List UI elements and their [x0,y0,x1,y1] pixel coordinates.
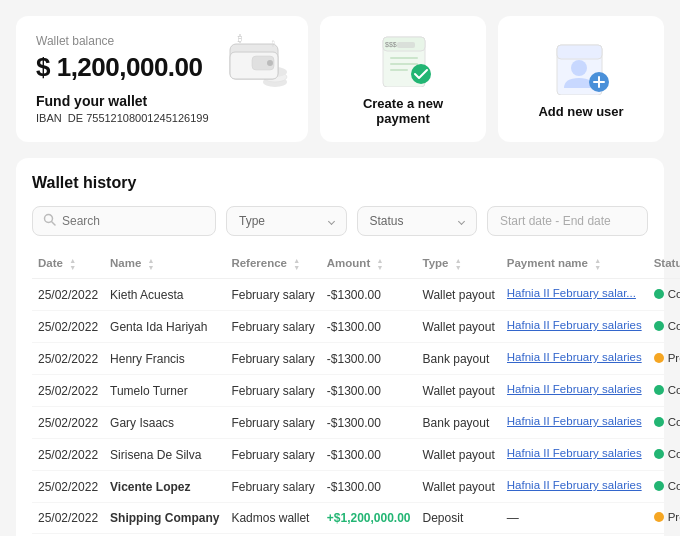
svg-point-19 [571,60,587,76]
payment-link[interactable]: Hafnia II February salaries [507,383,642,395]
cell-date: 25/02/2022 [32,471,104,503]
cell-name: Sirisena De Silva [104,439,225,471]
table-row: 25/02/2022 Gary Isaacs February salary -… [32,407,680,439]
status-filter[interactable]: Status [357,206,478,236]
cell-reference: February salary [225,279,320,311]
table-row: 25/02/2022 Shipping Company Kadmos walle… [32,503,680,534]
search-box[interactable] [32,206,216,236]
payment-link[interactable]: Hafnia II February salaries [507,351,642,363]
cell-name: Kieth Acuesta [104,279,225,311]
cell-type: Deposit [417,503,501,534]
cell-date: 25/02/2022 [32,375,104,407]
col-payment-name[interactable]: Payment name ▲▼ [501,250,648,279]
payment-link[interactable]: Hafnia II February salaries [507,415,642,427]
col-name[interactable]: Name ▲▼ [104,250,225,279]
create-payment-label: Create a new payment [340,96,466,126]
status-label: Completed [668,320,680,332]
cell-date: 25/02/2022 [32,279,104,311]
cell-amount: -$1300.00 [321,471,417,503]
cell-reference: February salary [225,471,320,503]
create-payment-illustration: $$$ [371,32,436,90]
svg-line-24 [52,222,56,226]
iban-value: DE 75512108001245126199 [68,112,209,124]
status-label: Completed [668,288,680,300]
add-user-illustration [549,40,614,98]
cell-status: Completed [648,471,680,503]
status-badge: Processing [654,352,680,364]
cell-date: 25/02/2022 [32,311,104,343]
page: Wallet balance $ 1,200,000.00 Fund your … [0,0,680,536]
history-section: Wallet history Type Status [16,158,664,536]
col-reference[interactable]: Reference ▲▼ [225,250,320,279]
type-chevron-icon [327,217,334,224]
top-cards: Wallet balance $ 1,200,000.00 Fund your … [16,16,664,142]
cell-payment-name: Hafnia II February salaries [501,375,648,407]
cell-name: Vicente Lopez [104,471,225,503]
cell-name: Tumelo Turner [104,375,225,407]
status-dot-icon [654,512,664,522]
status-badge: Processing [654,511,680,523]
col-status[interactable]: Status ▲▼ [648,250,680,279]
type-filter-label: Type [239,214,265,228]
cell-type: Wallet payout [417,311,501,343]
table-row: 25/02/2022 Vicente Lopez February salary… [32,471,680,503]
cell-payment-name: Hafnia II February salaries [501,439,648,471]
cell-type: Wallet payout [417,375,501,407]
col-date[interactable]: Date ▲▼ [32,250,104,279]
payment-link[interactable]: Hafnia II February salar... [507,287,636,299]
cell-amount: -$1300.00 [321,311,417,343]
payment-link[interactable]: Hafnia II February salaries [507,447,642,459]
status-dot-icon [654,289,664,299]
cell-reference: Kadmos wallet [225,503,320,534]
cell-payment-name: Hafnia II February salaries [501,311,648,343]
svg-rect-18 [557,45,602,59]
status-dot-icon [654,353,664,363]
status-label: Completed [668,384,680,396]
payment-link[interactable]: Hafnia II February salaries [507,479,642,491]
cell-status: Completed [648,311,680,343]
table-row: 25/02/2022 Henry Francis February salary… [32,343,680,375]
status-label: Processing [668,511,680,523]
cell-status: Completed [648,407,680,439]
status-dot-icon [654,417,664,427]
cell-status: Processing [648,343,680,375]
status-badge: Completed [654,384,680,396]
cell-amount: -$1300.00 [321,375,417,407]
date-filter-placeholder: Start date - End date [500,214,611,228]
status-badge: Completed [654,416,680,428]
status-chevron-icon [458,217,465,224]
cell-payment-name: Hafnia II February salaries [501,471,648,503]
iban-row: IBAN DE 75512108001245126199 [36,112,288,124]
cell-status: Completed [648,439,680,471]
wallet-balance-card: Wallet balance $ 1,200,000.00 Fund your … [16,16,308,142]
cell-name: Genta Ida Hariyah [104,311,225,343]
col-type[interactable]: Type ▲▼ [417,250,501,279]
cell-type: Wallet payout [417,279,501,311]
cell-name: Gary Isaacs [104,407,225,439]
cell-amount: -$1300.00 [321,279,417,311]
cell-reference: February salary [225,439,320,471]
history-title: Wallet history [32,174,648,192]
date-filter[interactable]: Start date - End date [487,206,648,236]
search-input[interactable] [62,214,205,228]
status-label: Completed [668,480,680,492]
cell-payment-name: Hafnia II February salaries [501,407,648,439]
payment-link[interactable]: Hafnia II February salaries [507,319,642,331]
status-badge: Completed [654,480,680,492]
table-row: 25/02/2022 Genta Ida Hariyah February sa… [32,311,680,343]
status-badge: Completed [654,320,680,332]
svg-text:₿: ₿ [271,40,275,47]
create-payment-card[interactable]: $$$ Create a new payment [320,16,486,142]
cell-name: Henry Francis [104,343,225,375]
cell-reference: February salary [225,375,320,407]
add-user-label: Add new user [538,104,623,119]
status-dot-icon [654,321,664,331]
cell-date: 25/02/2022 [32,343,104,375]
cell-amount: -$1300.00 [321,343,417,375]
cell-type: Wallet payout [417,439,501,471]
type-filter[interactable]: Type [226,206,347,236]
col-amount[interactable]: Amount ▲▼ [321,250,417,279]
search-icon [43,213,56,229]
add-user-card[interactable]: Add new user [498,16,664,142]
cell-name: Shipping Company [104,503,225,534]
